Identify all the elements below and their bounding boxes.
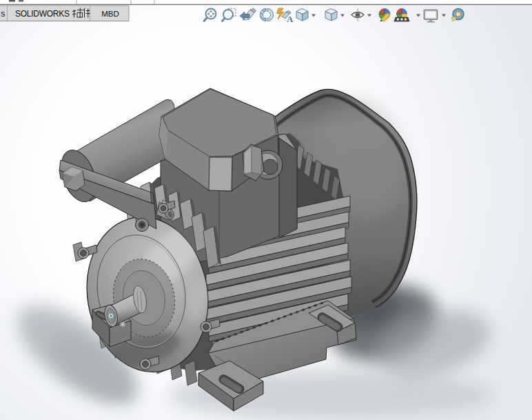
svg-text:s: s <box>1 8 6 19</box>
svg-text:A: A <box>287 14 294 24</box>
svg-text:MBD: MBD <box>101 10 119 18</box>
svg-text:SOLIDWORKS: SOLIDWORKS <box>15 9 70 19</box>
